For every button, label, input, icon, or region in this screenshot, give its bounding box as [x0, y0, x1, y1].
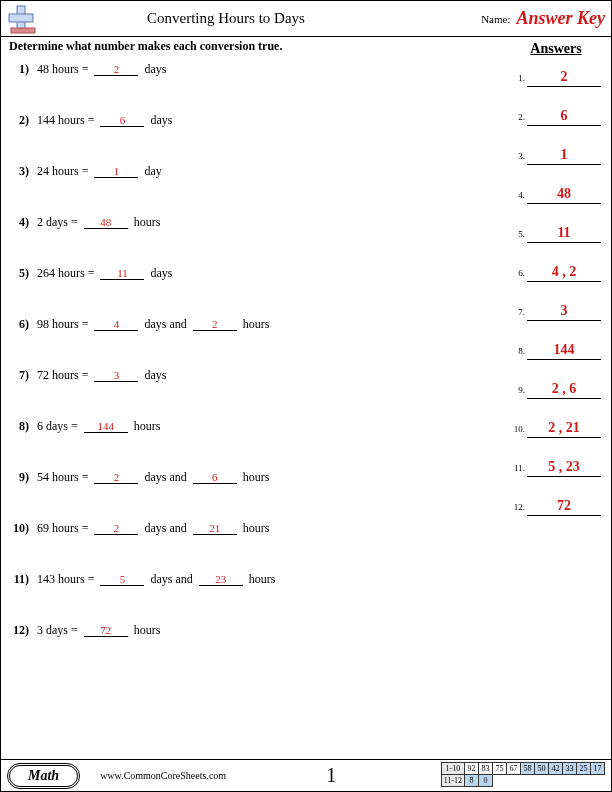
- question-number: 2): [7, 113, 29, 128]
- question-row: 2)144 hours = 6 days: [7, 113, 507, 128]
- question-number: 1): [7, 62, 29, 77]
- question-number: 9): [7, 470, 29, 485]
- score-cell: 0: [479, 775, 493, 787]
- question-number: 6): [7, 317, 29, 332]
- answer-blank: 6: [100, 114, 144, 127]
- question-number: 11): [7, 572, 29, 587]
- source-url: www.CommonCoreSheets.com: [100, 770, 226, 781]
- question-text: 98 hours = 4 days and 2 hours: [37, 317, 269, 332]
- question-text: 143 hours = 5 days and 23 hours: [37, 572, 275, 587]
- answer-blank: 5: [100, 573, 144, 586]
- answer-value: 2: [527, 69, 601, 87]
- question-number: 5): [7, 266, 29, 281]
- question-text-fragment: day: [141, 164, 161, 179]
- question-row: 8)6 days = 144 hours: [7, 419, 507, 434]
- answer-number: 3.: [511, 151, 525, 161]
- answer-value: 3: [527, 303, 601, 321]
- score-cell: 83: [479, 763, 493, 775]
- answer-blank: 21: [193, 522, 237, 535]
- score-cell: 17: [591, 763, 605, 775]
- answer-row: 3.1: [511, 147, 601, 165]
- question-number: 4): [7, 215, 29, 230]
- question-text-fragment: days and: [147, 572, 195, 587]
- question-text: 264 hours = 11 days: [37, 266, 172, 281]
- score-cell: 33: [563, 763, 577, 775]
- answer-blank: 11: [100, 267, 144, 280]
- subject-badge: Math: [9, 765, 78, 787]
- question-text-fragment: hours: [131, 215, 161, 230]
- answer-row: 12.72: [511, 498, 601, 516]
- question-text-fragment: 24 hours =: [37, 164, 91, 179]
- answer-value: 144: [527, 342, 601, 360]
- answer-value: 2 , 6: [527, 381, 601, 399]
- answer-row: 11.5 , 23: [511, 459, 601, 477]
- question-text: 6 days = 144 hours: [37, 419, 160, 434]
- question-text-fragment: 48 hours =: [37, 62, 91, 77]
- page-footer: Math www.CommonCoreSheets.com 1 1-109283…: [1, 759, 611, 791]
- page-header: Converting Hours to Days Name: Answer Ke…: [1, 1, 611, 37]
- svg-rect-1: [9, 14, 33, 22]
- answer-value: 6: [527, 108, 601, 126]
- question-text: 144 hours = 6 days: [37, 113, 172, 128]
- page-number: 1: [326, 764, 336, 787]
- question-text-fragment: days and: [141, 317, 189, 332]
- question-text-fragment: hours: [240, 317, 270, 332]
- instruction-text: Determine what number makes each convers…: [9, 39, 507, 54]
- question-text: 2 days = 48 hours: [37, 215, 160, 230]
- answer-value: 72: [527, 498, 601, 516]
- score-cell: 58: [521, 763, 535, 775]
- question-number: 7): [7, 368, 29, 383]
- question-text-fragment: days and: [141, 521, 189, 536]
- answer-blank: 1: [94, 165, 138, 178]
- score-cell: 67: [507, 763, 521, 775]
- question-text: 69 hours = 2 days and 21 hours: [37, 521, 269, 536]
- question-row: 10)69 hours = 2 days and 21 hours: [7, 521, 507, 536]
- answer-blank: 23: [199, 573, 243, 586]
- answer-blank: 6: [193, 471, 237, 484]
- question-text-fragment: 72 hours =: [37, 368, 91, 383]
- question-text-fragment: days: [141, 62, 166, 77]
- question-text-fragment: 54 hours =: [37, 470, 91, 485]
- question-text-fragment: days: [147, 266, 172, 281]
- question-text-fragment: days and: [141, 470, 189, 485]
- questions-area: Determine what number makes each convers…: [7, 39, 507, 741]
- answer-blank: 2: [94, 471, 138, 484]
- question-row: 5)264 hours = 11 days: [7, 266, 507, 281]
- answer-number: 11.: [511, 463, 525, 473]
- answer-blank: 2: [193, 318, 237, 331]
- question-number: 12): [7, 623, 29, 638]
- answer-row: 4.48: [511, 186, 601, 204]
- answer-blank: 2: [94, 63, 138, 76]
- answer-number: 1.: [511, 73, 525, 83]
- name-label: Name:: [481, 13, 510, 25]
- answer-value: 4 , 2: [527, 264, 601, 282]
- answer-number: 2.: [511, 112, 525, 122]
- answer-row: 10.2 , 21: [511, 420, 601, 438]
- content-area: Determine what number makes each convers…: [1, 37, 611, 741]
- question-row: 11)143 hours = 5 days and 23 hours: [7, 572, 507, 587]
- question-text-fragment: 2 days =: [37, 215, 81, 230]
- question-text-fragment: hours: [131, 623, 161, 638]
- question-text: 24 hours = 1 day: [37, 164, 162, 179]
- answer-number: 9.: [511, 385, 525, 395]
- question-number: 3): [7, 164, 29, 179]
- question-text-fragment: 143 hours =: [37, 572, 97, 587]
- answer-row: 5.11: [511, 225, 601, 243]
- score-cell: 42: [549, 763, 563, 775]
- question-text-fragment: 144 hours =: [37, 113, 97, 128]
- question-row: 6)98 hours = 4 days and 2 hours: [7, 317, 507, 332]
- answer-row: 8.144: [511, 342, 601, 360]
- question-row: 1)48 hours = 2 days: [7, 62, 507, 77]
- answer-blank: 4: [94, 318, 138, 331]
- question-text-fragment: hours: [240, 521, 270, 536]
- page-title: Converting Hours to Days: [147, 10, 305, 27]
- question-text-fragment: hours: [240, 470, 270, 485]
- question-text: 3 days = 72 hours: [37, 623, 160, 638]
- answer-value: 2 , 21: [527, 420, 601, 438]
- answers-sidebar: Answers 1.22.63.14.485.116.4 , 27.38.144…: [507, 39, 607, 741]
- answer-number: 8.: [511, 346, 525, 356]
- answer-value: 1: [527, 147, 601, 165]
- question-text-fragment: 264 hours =: [37, 266, 97, 281]
- question-text-fragment: 69 hours =: [37, 521, 91, 536]
- answer-row: 7.3: [511, 303, 601, 321]
